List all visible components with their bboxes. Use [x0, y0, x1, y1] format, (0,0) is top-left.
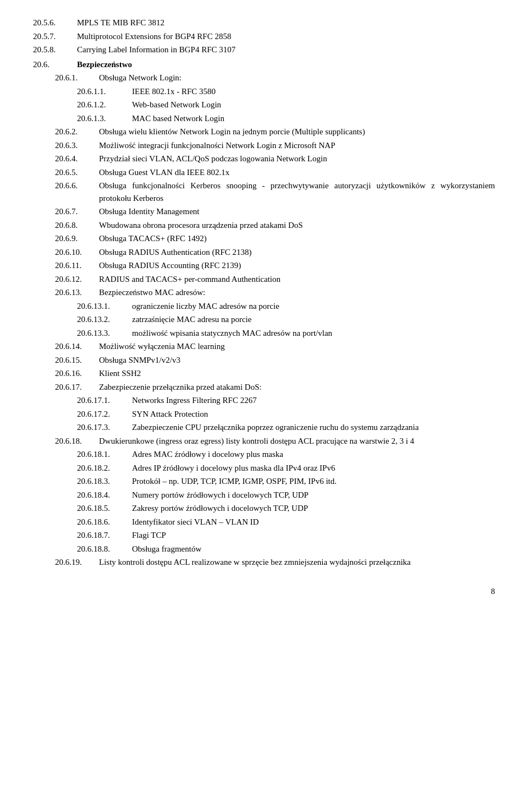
item-number: 20.6.5. [55, 166, 99, 179]
item-text: Obsługa Guest VLAN dla IEEE 802.1x [99, 166, 495, 179]
list-item: 20.6.7. Obsługa Identity Management [33, 205, 495, 218]
item-number: 20.6.18.7. [77, 529, 132, 542]
item-number: 20.6.19. [55, 556, 99, 569]
item-text: Zabezpieczenie przełącznika przed atakam… [99, 381, 495, 394]
list-item: 20.6.16. Klient SSH2 [33, 367, 495, 380]
list-item: 20.6.17.1. Networks Ingress Filtering RF… [33, 394, 495, 407]
item-text: Obsługa RADIUS Accounting (RFC 2139) [99, 259, 495, 272]
document-content: 20.5.6. MPLS TE MIB RFC 3812 20.5.7. Mul… [33, 17, 495, 597]
list-item: 20.6.18.6. Identyfikator sieci VLAN – VL… [33, 516, 495, 528]
item-text: Obsługa Identity Management [99, 205, 495, 218]
item-text: Klient SSH2 [99, 367, 495, 380]
list-item: 20.6.18.5. Zakresy portów źródłowych i d… [33, 502, 495, 515]
item-number: 20.5.8. [33, 43, 77, 56]
item-number: 20.6.18.8. [77, 543, 132, 555]
item-number: 20.6.8. [55, 219, 99, 232]
item-number: 20.6.18.3. [77, 475, 132, 488]
list-item: 20.6.13.3. możliwość wpisania statycznyc… [33, 327, 495, 340]
item-text: możliwość wpisania statycznych MAC adres… [132, 327, 495, 340]
item-text: Adres IP źródłowy i docelowy plus maska … [132, 462, 495, 475]
list-item: 20.6.18.8. Obsługa fragmentów [33, 543, 495, 555]
item-number: 20.6.18.4. [77, 489, 132, 502]
list-item: 20.6.12. RADIUS and TACACS+ per-command … [33, 273, 495, 286]
list-item: 20.6.13. Bezpieczeństwo MAC adresów: [33, 286, 495, 299]
page-number: 8 [33, 585, 495, 598]
item-number: 20.6.18.5. [77, 502, 132, 515]
list-item: 20.6.1.3. MAC based Network Login [33, 112, 495, 125]
item-number: 20.6.1.2. [77, 99, 132, 111]
item-text: Obsługa Network Login: [99, 72, 495, 84]
list-item: 20.6.18.1. Adres MAC źródłowy i docelowy… [33, 448, 495, 461]
item-text: Obsługa funkcjonalności Kerberos snoopin… [99, 179, 495, 204]
item-number: 20.6.17.1. [77, 394, 132, 407]
list-item: 20.6.9. Obsługa TACACS+ (RFC 1492) [33, 232, 495, 245]
list-item: 20.6.1. Obsługa Network Login: [33, 72, 495, 84]
item-number: 20.6.4. [55, 152, 99, 165]
item-number: 20.6.10. [55, 246, 99, 259]
item-text: Numery portów źródłowych i docelowych TC… [132, 489, 495, 502]
list-item: 20.6.18.4. Numery portów źródłowych i do… [33, 489, 495, 502]
item-text: Carrying Label Information in BGP4 RFC 3… [77, 43, 495, 56]
item-text: Obsługa fragmentów [132, 543, 495, 555]
item-number: 20.6.13. [55, 286, 99, 299]
item-number: 20.6.1. [55, 72, 99, 84]
item-text: Web-based Network Login [132, 99, 495, 111]
list-item: 20.6. Bezpieczeństwo [33, 58, 495, 71]
item-text: Networks Ingress Filtering RFC 2267 [132, 394, 495, 407]
list-item: 20.6.18. Dwukierunkowe (ingress oraz egr… [33, 435, 495, 448]
item-text: zatrzaśnięcie MAC adresu na porcie [132, 313, 495, 326]
list-item: 20.6.4. Przydział sieci VLAN, ACL/QoS po… [33, 152, 495, 165]
list-item: 20.6.18.7. Flagi TCP [33, 529, 495, 542]
item-text: Wbudowana obrona procesora urządzenia pr… [99, 219, 495, 232]
item-text: Adres MAC źródłowy i docelowy plus maska [132, 448, 495, 461]
list-item: 20.6.5. Obsługa Guest VLAN dla IEEE 802.… [33, 166, 495, 179]
item-text: Przydział sieci VLAN, ACL/QoS podczas lo… [99, 152, 495, 165]
item-text: IEEE 802.1x - RFC 3580 [132, 85, 495, 98]
item-number: 20.6.1.3. [77, 112, 132, 125]
item-number: 20.6.3. [55, 139, 99, 152]
item-text: Obsługa wielu klientów Network Login na … [99, 126, 495, 138]
item-number: 20.6.17.2. [77, 408, 132, 421]
item-number: 20.6.13.1. [77, 300, 132, 313]
item-number: 20.6.18.1. [77, 448, 132, 461]
item-number: 20.5.6. [33, 17, 77, 29]
item-number: 20.6.18.2. [77, 462, 132, 475]
item-number: 20.6.7. [55, 205, 99, 218]
list-item: 20.6.6. Obsługa funkcjonalności Kerberos… [33, 179, 495, 204]
item-text: Bezpieczeństwo [77, 58, 495, 71]
item-text: Multiprotocol Extensions for BGP4 RFC 28… [77, 30, 495, 43]
item-text: Obsługa SNMPv1/v2/v3 [99, 354, 495, 367]
item-text: Protokół – np. UDP, TCP, ICMP, IGMP, OSP… [132, 475, 495, 488]
item-number: 20.6.15. [55, 354, 99, 367]
list-item: 20.6.13.2. zatrzaśnięcie MAC adresu na p… [33, 313, 495, 326]
item-number: 20.6.12. [55, 273, 99, 286]
item-number: 20.6.13.2. [77, 313, 132, 326]
item-text: RADIUS and TACACS+ per-command Authentic… [99, 273, 495, 286]
item-text: Zabezpieczenie CPU przełącznika poprzez … [132, 421, 495, 434]
item-text: Możliwość wyłączenia MAC learning [99, 340, 495, 353]
list-item: 20.6.3. Możliwość integracji funkcjonaln… [33, 139, 495, 152]
item-number: 20.6.18. [55, 435, 99, 448]
item-number: 20.6.17. [55, 381, 99, 394]
item-number: 20.6.1.1. [77, 85, 132, 98]
list-item: 20.6.11. Obsługa RADIUS Accounting (RFC … [33, 259, 495, 272]
item-number: 20.6. [33, 58, 77, 71]
item-text: SYN Attack Protection [132, 408, 495, 421]
list-item: 20.5.6. MPLS TE MIB RFC 3812 [33, 17, 495, 29]
list-item: 20.6.14. Możliwość wyłączenia MAC learni… [33, 340, 495, 353]
list-item: 20.6.18.3. Protokół – np. UDP, TCP, ICMP… [33, 475, 495, 488]
list-item: 20.6.1.2. Web-based Network Login [33, 99, 495, 111]
list-item: 20.6.10. Obsługa RADIUS Authentication (… [33, 246, 495, 259]
list-item: 20.5.7. Multiprotocol Extensions for BGP… [33, 30, 495, 43]
item-number: 20.5.7. [33, 30, 77, 43]
item-number: 20.6.14. [55, 340, 99, 353]
list-item: 20.6.19. Listy kontroli dostępu ACL real… [33, 556, 495, 569]
list-item: 20.5.8. Carrying Label Information in BG… [33, 43, 495, 56]
item-number: 20.6.6. [55, 179, 99, 204]
item-text: MAC based Network Login [132, 112, 495, 125]
item-number: 20.6.11. [55, 259, 99, 272]
item-number: 20.6.18.6. [77, 516, 132, 528]
list-item: 20.6.2. Obsługa wielu klientów Network L… [33, 126, 495, 138]
item-text: Obsługa RADIUS Authentication (RFC 2138) [99, 246, 495, 259]
item-text: Możliwość integracji funkcjonalności Net… [99, 139, 495, 152]
